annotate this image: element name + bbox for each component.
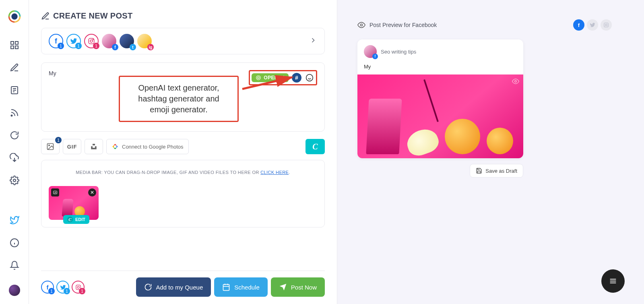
emoji-button[interactable]: [305, 73, 314, 83]
preview-network-facebook[interactable]: f: [573, 19, 584, 31]
account-facebook[interactable]: f1: [49, 34, 63, 48]
rss-icon[interactable]: [9, 107, 20, 118]
app-logo: [8, 10, 21, 23]
footer-account-twitter[interactable]: 1: [56, 281, 69, 294]
media-bar: MEDIA BAR: YOU CAN DRAG-N-DROP IMAGE, GI…: [41, 160, 325, 227]
page-title-text: CREATE NEW POST: [53, 11, 132, 21]
twitter-icon[interactable]: [9, 215, 20, 226]
sidebar: [0, 0, 29, 304]
svg-point-10: [13, 179, 16, 182]
preview-image: [357, 74, 523, 158]
dashboard-icon[interactable]: [9, 39, 20, 51]
media-tools-row: 1 GIF Connect to Google Photos C: [41, 139, 325, 154]
media-thumbnail[interactable]: ✕ CEDIT: [49, 186, 99, 220]
compose-card: OPEN AI # OpenAI text generator, hashtag…: [41, 62, 325, 132]
save-as-draft-button[interactable]: Save as Draft: [470, 164, 523, 178]
add-to-queue-button[interactable]: Add to my Queue: [136, 277, 211, 297]
svg-point-24: [49, 145, 50, 146]
preview-network-instagram[interactable]: [601, 19, 612, 31]
image-upload-button[interactable]: 1: [41, 139, 60, 154]
chevron-right-icon[interactable]: [309, 36, 317, 46]
schedule-button[interactable]: Schedule: [214, 277, 268, 297]
account-profile-1[interactable]: f: [102, 34, 116, 48]
accounts-selector[interactable]: f1 1 1 f t ig: [41, 28, 325, 54]
svg-point-19: [306, 74, 313, 81]
settings-icon[interactable]: [9, 175, 20, 186]
preview-account-name: Seo writing tips: [381, 49, 416, 55]
preview-avatar: f: [364, 45, 377, 58]
bell-icon[interactable]: [9, 260, 20, 271]
canva-button[interactable]: C: [305, 139, 325, 154]
footer-account-facebook[interactable]: f1: [41, 281, 54, 294]
unsplash-button[interactable]: [85, 139, 103, 154]
edit-media-button[interactable]: CEDIT: [63, 215, 89, 224]
preview-network-twitter[interactable]: [587, 19, 598, 31]
svg-point-27: [77, 286, 79, 288]
svg-point-34: [605, 24, 607, 26]
recycle-icon[interactable]: [9, 130, 20, 141]
google-photos-button[interactable]: Connect to Google Photos: [106, 139, 189, 154]
download-icon[interactable]: [9, 152, 20, 163]
annotation-callout: OpenAI text generator, hashtag generator…: [119, 76, 239, 122]
svg-point-35: [515, 81, 517, 83]
gif-button[interactable]: GIF: [63, 139, 81, 154]
preview-panel: Post Preview for Facebook f f Seo writin…: [337, 0, 644, 304]
svg-rect-2: [15, 41, 18, 44]
svg-rect-28: [223, 284, 229, 290]
bottom-bar: f1 1 1 Add to my Queue Schedule Post Now: [41, 271, 325, 304]
user-avatar[interactable]: [9, 285, 20, 296]
main-column: CREATE NEW POST f1 1 1 f t ig O: [29, 0, 337, 304]
media-bar-text: MEDIA BAR: YOU CAN DRAG-N-DROP IMAGE, GI…: [49, 170, 317, 175]
info-icon[interactable]: [9, 237, 20, 248]
svg-point-15: [90, 40, 93, 42]
svg-point-32: [361, 24, 363, 26]
posts-icon[interactable]: [9, 85, 20, 96]
menu-fab[interactable]: [601, 269, 625, 293]
svg-rect-1: [11, 41, 14, 44]
account-profile-3[interactable]: ig: [137, 34, 152, 48]
svg-line-22: [242, 77, 292, 89]
svg-point-16: [93, 39, 93, 40]
edit-icon: [41, 12, 50, 21]
preview-body-text: My: [357, 64, 523, 74]
account-instagram[interactable]: 1: [84, 34, 99, 48]
preview-title: Post Preview for Facebook: [369, 22, 437, 28]
account-twitter[interactable]: 1: [66, 34, 81, 48]
post-now-button[interactable]: Post Now: [271, 277, 325, 297]
annotation-arrow: [240, 75, 297, 91]
svg-rect-33: [604, 23, 609, 27]
compose-icon[interactable]: [9, 62, 20, 73]
svg-rect-3: [11, 46, 14, 49]
click-here-link[interactable]: CLICK HERE: [260, 170, 289, 175]
svg-rect-4: [15, 46, 18, 49]
footer-account-instagram[interactable]: 1: [72, 281, 85, 294]
eye-icon: [357, 21, 365, 29]
page-title: CREATE NEW POST: [41, 11, 325, 21]
svg-point-9: [11, 115, 12, 116]
svg-point-0: [11, 13, 17, 19]
account-profile-2[interactable]: t: [120, 34, 134, 48]
preview-hide-icon[interactable]: [512, 78, 519, 87]
preview-card: f Seo writing tips My: [357, 39, 523, 158]
